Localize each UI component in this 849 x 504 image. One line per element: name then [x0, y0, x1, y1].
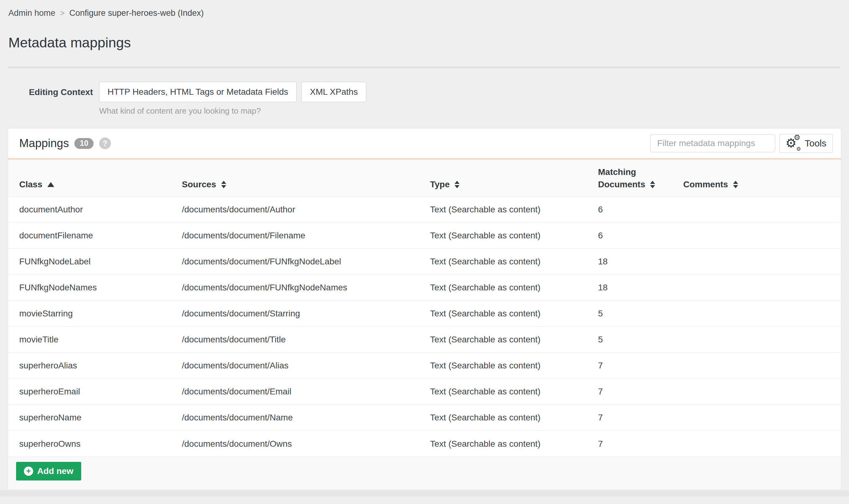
- cell-matching-documents: 6: [587, 222, 672, 249]
- column-header-class[interactable]: Class: [8, 159, 171, 197]
- cell-comments: [672, 431, 841, 457]
- sort-icon: [454, 181, 460, 188]
- cell-type: Text (Searchable as content): [419, 275, 587, 301]
- sort-icon: [650, 181, 655, 188]
- cell-matching-documents: 7: [587, 404, 672, 431]
- cell-class: FUNfkgNodeNames: [8, 275, 171, 301]
- add-new-button-label: Add new: [37, 466, 73, 476]
- cell-type: Text (Searchable as content): [419, 249, 587, 275]
- cell-source: /documents/document/Name: [171, 404, 419, 431]
- cell-type: Text (Searchable as content): [419, 379, 587, 404]
- mappings-title: Mappings: [19, 137, 69, 150]
- table-row: superheroName /documents/document/Name T…: [8, 404, 841, 431]
- page-bottom-edge: [0, 490, 849, 497]
- cell-source: /documents/document/FUNfkgNodeNames: [171, 275, 419, 301]
- cogs-icon: ⚙ ⚙ ⚙: [786, 136, 801, 150]
- cell-source: /documents/document/Alias: [171, 353, 419, 379]
- cell-class: movieStarring: [8, 301, 171, 327]
- cell-type: Text (Searchable as content): [419, 197, 587, 222]
- cell-comments: [672, 353, 841, 379]
- breadcrumb-separator-icon: >: [60, 8, 65, 18]
- cell-class: superheroName: [8, 404, 171, 431]
- cell-comments: [672, 404, 841, 431]
- cell-type: Text (Searchable as content): [419, 222, 587, 249]
- editing-context-button-group: HTTP Headers, HTML Tags or Metadata Fiel…: [99, 82, 366, 102]
- cell-comments: [672, 301, 841, 327]
- breadcrumb: Admin home > Configure super-heroes-web …: [0, 0, 849, 19]
- mappings-panel-footer: + Add new: [8, 457, 841, 489]
- sort-ascending-icon: [47, 182, 54, 187]
- column-header-sources[interactable]: Sources: [171, 159, 419, 197]
- cell-matching-documents: 5: [587, 301, 672, 327]
- table-row: superheroAlias /documents/document/Alias…: [8, 353, 841, 379]
- mappings-panel-header: Mappings 10 ? ⚙ ⚙ ⚙ Tools: [8, 128, 841, 159]
- cell-comments: [672, 222, 841, 249]
- cell-class: documentFilename: [8, 222, 171, 249]
- cell-source: /documents/document/Starring: [171, 301, 419, 327]
- breadcrumb-configure-link[interactable]: Configure super-heroes-web (Index): [69, 8, 204, 18]
- editing-context-xml-button[interactable]: XML XPaths: [301, 82, 366, 102]
- cell-class: superheroEmail: [8, 379, 171, 404]
- cell-matching-documents: 7: [587, 353, 672, 379]
- cell-source: /documents/document/Author: [171, 197, 419, 222]
- table-row: movieStarring /documents/document/Starri…: [8, 301, 841, 327]
- mappings-table: Class Sources Type: [8, 159, 841, 457]
- cell-type: Text (Searchable as content): [419, 301, 587, 327]
- mappings-count-badge: 10: [74, 138, 93, 149]
- editing-context-html-button[interactable]: HTTP Headers, HTML Tags or Metadata Fiel…: [99, 82, 296, 102]
- editing-context-form-group: Editing Context HTTP Headers, HTML Tags …: [0, 82, 849, 116]
- column-header-comments[interactable]: Comments: [672, 159, 841, 197]
- cell-source: /documents/document/FUNfkgNodeLabel: [171, 249, 419, 275]
- cell-class: FUNfkgNodeLabel: [8, 249, 171, 275]
- column-header-matching-documents[interactable]: Matching Documents: [587, 159, 672, 197]
- cell-type: Text (Searchable as content): [419, 353, 587, 379]
- cell-source: /documents/document/Email: [171, 379, 419, 404]
- cell-matching-documents: 18: [587, 275, 672, 301]
- filter-mappings-input[interactable]: [650, 134, 775, 152]
- cell-class: superheroAlias: [8, 353, 171, 379]
- cell-type: Text (Searchable as content): [419, 431, 587, 457]
- cell-comments: [672, 275, 841, 301]
- table-row: superheroEmail /documents/document/Email…: [8, 379, 841, 404]
- sort-icon: [221, 181, 226, 188]
- table-row: FUNfkgNodeNames /documents/document/FUNf…: [8, 275, 841, 301]
- tools-button-label: Tools: [805, 138, 826, 149]
- cell-class: documentAuthor: [8, 197, 171, 222]
- table-header-row: Class Sources Type: [8, 159, 841, 197]
- cell-comments: [672, 379, 841, 404]
- cell-matching-documents: 7: [587, 379, 672, 404]
- cell-source: /documents/document/Owns: [171, 431, 419, 457]
- cell-source: /documents/document/Title: [171, 327, 419, 353]
- cell-matching-documents: 5: [587, 327, 672, 353]
- breadcrumb-admin-home-link[interactable]: Admin home: [8, 8, 55, 18]
- table-row: superheroOwns /documents/document/Owns T…: [8, 431, 841, 457]
- title-divider: [8, 66, 840, 68]
- cell-matching-documents: 7: [587, 431, 672, 457]
- cell-comments: [672, 249, 841, 275]
- cell-type: Text (Searchable as content): [419, 327, 587, 353]
- column-header-type[interactable]: Type: [419, 159, 587, 197]
- table-row: documentAuthor /documents/document/Autho…: [8, 197, 841, 222]
- table-row: movieTitle /documents/document/Title Tex…: [8, 327, 841, 353]
- add-new-button[interactable]: + Add new: [16, 462, 81, 481]
- mappings-panel: Mappings 10 ? ⚙ ⚙ ⚙ Tools Cl: [8, 128, 841, 490]
- cell-class: movieTitle: [8, 327, 171, 353]
- cell-comments: [672, 327, 841, 353]
- cell-matching-documents: 6: [587, 197, 672, 222]
- cell-source: /documents/document/Filename: [171, 222, 419, 249]
- editing-context-help-text: What kind of content are you looking to …: [99, 106, 366, 116]
- table-row: FUNfkgNodeLabel /documents/document/FUNf…: [8, 249, 841, 275]
- cell-class: superheroOwns: [8, 431, 171, 457]
- cell-type: Text (Searchable as content): [419, 404, 587, 431]
- cell-comments: [672, 197, 841, 222]
- sort-icon: [733, 181, 738, 188]
- tools-button[interactable]: ⚙ ⚙ ⚙ Tools: [780, 134, 833, 153]
- table-row: documentFilename /documents/document/Fil…: [8, 222, 841, 249]
- help-icon[interactable]: ?: [99, 138, 111, 149]
- plus-circle-icon: +: [24, 467, 33, 476]
- page-title: Metadata mappings: [8, 35, 849, 51]
- editing-context-label: Editing Context: [0, 82, 93, 116]
- cell-matching-documents: 18: [587, 249, 672, 275]
